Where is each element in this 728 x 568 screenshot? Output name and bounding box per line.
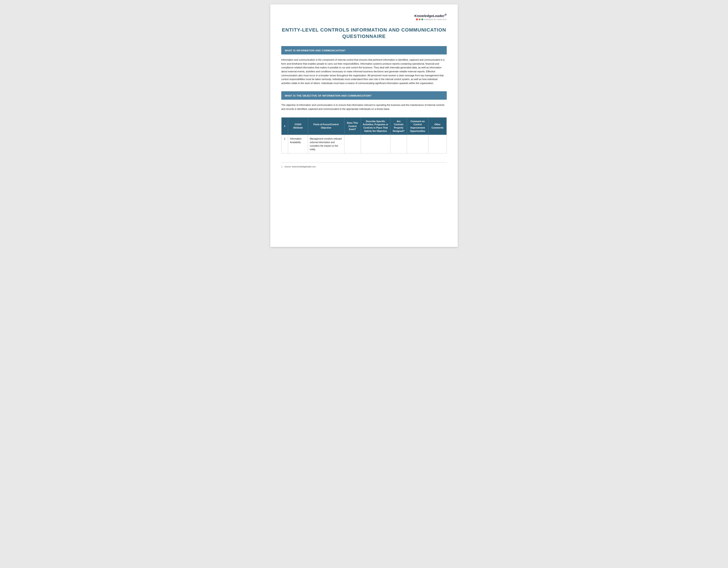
section-1-paragraph: Information and communication is the com… bbox=[281, 58, 447, 85]
page: KnowledgeLeader® POWERED BY PROTIVITI EN… bbox=[270, 4, 458, 247]
cell-num: 1 bbox=[281, 135, 288, 154]
main-title: ENTITY-LEVEL CONTROLS INFORMATION AND CO… bbox=[281, 27, 447, 39]
cell-point: Management monitors relevant external in… bbox=[308, 135, 344, 154]
cell-describe bbox=[361, 135, 390, 154]
col-header-coso: COSO Attribute bbox=[288, 118, 308, 135]
logo-area: KnowledgeLeader® POWERED BY PROTIVITI bbox=[281, 13, 447, 20]
cell-does bbox=[344, 135, 361, 154]
dot-teal-icon bbox=[421, 19, 423, 20]
section-2-body: The objective of information and communi… bbox=[281, 103, 447, 111]
section-2-paragraph: The objective of information and communi… bbox=[281, 103, 447, 111]
brand-name: KnowledgeLeader bbox=[415, 14, 445, 18]
section-1-header-text: WHAT IS INFORMATION AND COMMUNICATION? bbox=[285, 49, 346, 52]
footer-note-num: 1 bbox=[281, 166, 282, 168]
section-2-header-text: WHAT IS THE OBJECTIVE OF INFORMATION AND… bbox=[285, 94, 372, 97]
table-row: 1 Information Availability Management mo… bbox=[281, 135, 447, 154]
col-header-num: # bbox=[281, 118, 288, 135]
cell-controls bbox=[390, 135, 407, 154]
col-header-controls: Are Controls Properly Designed? bbox=[390, 118, 407, 135]
dot-orange-icon bbox=[419, 19, 420, 20]
footer-source: Source: www.knowledgeleader.com bbox=[283, 166, 316, 168]
controls-table: # COSO Attribute Point-of-Focus/Control … bbox=[281, 117, 447, 154]
section-1-header: WHAT IS INFORMATION AND COMMUNICATION? bbox=[281, 46, 447, 54]
col-header-describe: Describe Specific Activities, Programs o… bbox=[361, 118, 390, 135]
logo-dots: POWERED BY PROTIVITI bbox=[416, 18, 447, 20]
table-header-row: # COSO Attribute Point-of-Focus/Control … bbox=[281, 118, 447, 135]
cell-comment bbox=[407, 135, 428, 154]
powered-by-text: POWERED BY PROTIVITI bbox=[424, 19, 447, 20]
dot-red-icon bbox=[416, 19, 418, 20]
section-1-body: Information and communication is the com… bbox=[281, 58, 447, 85]
cell-coso: Information Availability bbox=[288, 135, 308, 154]
footer: 1 Source: www.knowledgeleader.com bbox=[281, 162, 447, 168]
cell-other bbox=[428, 135, 447, 154]
section-2-header: WHAT IS THE OBJECTIVE OF INFORMATION AND… bbox=[281, 91, 447, 100]
col-header-comment: Comment on Control Improvement Opportuni… bbox=[407, 118, 428, 135]
col-header-point: Point-of-Focus/Control Objective bbox=[308, 118, 344, 135]
col-header-does: Does This Control Exist? bbox=[344, 118, 361, 135]
col-header-other: Other Comments bbox=[428, 118, 447, 135]
table: # COSO Attribute Point-of-Focus/Control … bbox=[281, 118, 447, 154]
logo-text: KnowledgeLeader® bbox=[415, 13, 447, 18]
logo-superscript: ® bbox=[445, 13, 447, 16]
